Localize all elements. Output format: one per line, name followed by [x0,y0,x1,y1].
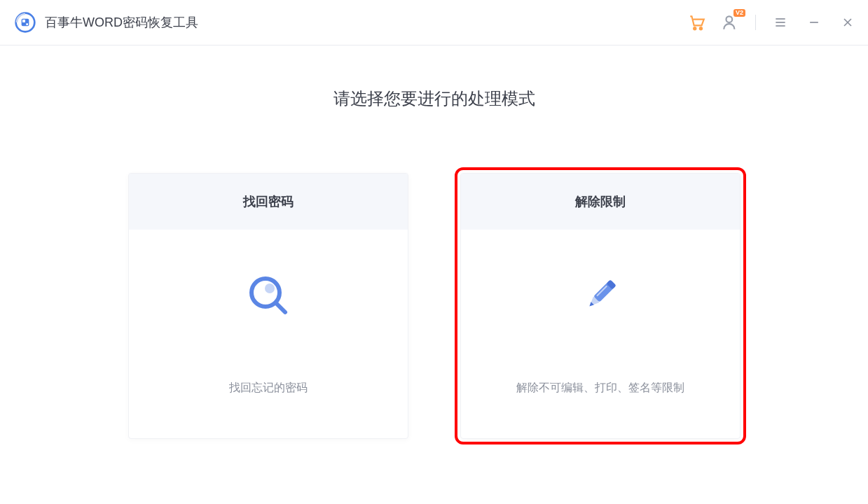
card-title: 解除限制 [575,193,626,210]
user-icon[interactable]: V2 [722,13,740,31]
app-logo-icon [14,11,36,34]
main-content: 请选择您要进行的处理模式 找回密码 找回忘记的密码 解除限制 [0,46,868,439]
mode-cards: 找回密码 找回忘记的密码 解除限制 [128,173,740,439]
card-body: 解除不可编辑、打印、签名等限制 [461,230,740,438]
card-header: 找回密码 [129,174,408,230]
card-remove-restriction[interactable]: 解除限制 解除不可编辑、打印、签名等限制 [460,173,740,439]
magnifier-icon [246,273,291,318]
card-desc: 找回忘记的密码 [229,381,308,396]
card-header: 解除限制 [461,174,740,230]
svg-rect-3 [26,23,28,25]
svg-line-15 [277,304,285,312]
page-heading: 请选择您要进行的处理模式 [333,88,535,110]
cart-icon[interactable] [688,13,706,31]
svg-point-6 [726,16,733,22]
user-badge: V2 [733,9,745,17]
titlebar: 百事牛WORD密码恢复工具 V2 [0,0,868,46]
menu-icon[interactable] [771,13,790,31]
titlebar-divider [755,15,756,30]
app-title: 百事牛WORD密码恢复工具 [45,14,198,31]
titlebar-right: V2 [688,13,857,31]
svg-point-4 [694,27,696,29]
card-recover-password[interactable]: 找回密码 找回忘记的密码 [128,173,408,439]
minimize-button[interactable] [805,13,823,31]
svg-point-14 [265,284,275,293]
svg-rect-2 [22,20,25,22]
card-title: 找回密码 [243,193,294,210]
svg-point-5 [700,27,702,29]
card-body: 找回忘记的密码 [129,230,408,438]
pencil-icon [578,273,623,318]
titlebar-left: 百事牛WORD密码恢复工具 [14,11,198,34]
close-button[interactable] [839,13,857,31]
card-desc: 解除不可编辑、打印、签名等限制 [516,381,684,396]
